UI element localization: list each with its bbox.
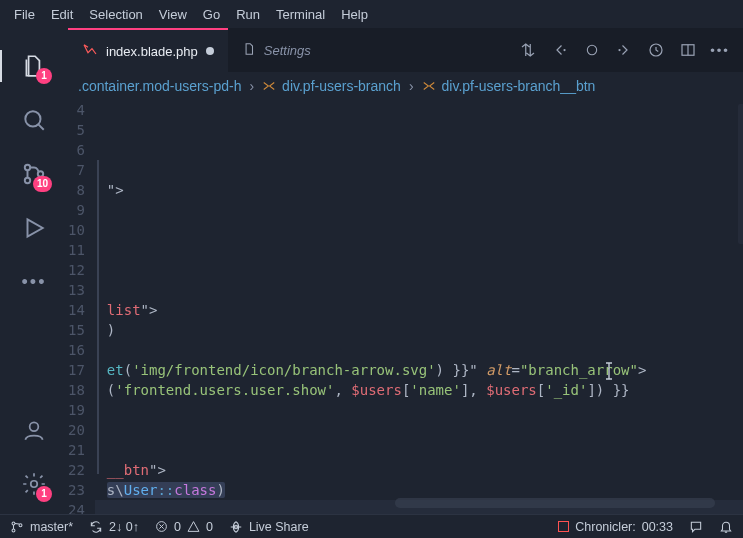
activity-bar: 1 10 ••• 1 (0, 28, 68, 514)
code-line[interactable]: s\User::class) (95, 480, 743, 500)
line-number: 9 (68, 200, 85, 220)
crumb[interactable]: div.pf-users-branch__btn (442, 78, 596, 94)
code-line[interactable] (95, 340, 743, 360)
scm-badge: 10 (33, 176, 52, 192)
menu-view[interactable]: View (151, 4, 195, 25)
code-line[interactable]: et('img/frontend/icon/branch-arrow.svg')… (95, 360, 743, 380)
line-number: 18 (68, 380, 85, 400)
sync-text: 2↓ 0↑ (109, 520, 139, 534)
file-icon (242, 42, 256, 59)
chronicler[interactable]: Chronicler: 00:33 (558, 520, 673, 534)
breadcrumb[interactable]: .container.mod-users-pd-h › div.pf-users… (68, 72, 743, 100)
laravel-icon (82, 42, 98, 61)
menu-run[interactable]: Run (228, 4, 268, 25)
code-line[interactable] (95, 160, 743, 180)
git-branch[interactable]: master* (10, 520, 73, 534)
code-line[interactable] (95, 100, 743, 120)
editor-actions: ••• (519, 41, 743, 59)
warning-count: 0 (206, 520, 213, 534)
indent-guide (97, 160, 99, 474)
code-line[interactable] (95, 140, 743, 160)
compare-icon[interactable] (519, 41, 537, 59)
code-line[interactable]: ('frontend.users.user.show', $users['nam… (95, 380, 743, 400)
live-share[interactable]: Live Share (229, 520, 309, 534)
code-line[interactable]: list"> (95, 300, 743, 320)
line-number: 20 (68, 420, 85, 440)
circle-outline-icon[interactable] (583, 41, 601, 59)
code-line[interactable] (95, 220, 743, 240)
chronicler-time: 00:33 (642, 520, 673, 534)
svg-point-12 (12, 529, 15, 532)
bell-icon[interactable] (719, 520, 733, 534)
text-cursor-icon (603, 362, 615, 380)
settings-badge: 1 (36, 486, 52, 502)
line-number: 24 (68, 500, 85, 514)
line-number: 22 (68, 460, 85, 480)
explorer-badge: 1 (36, 68, 52, 84)
code-line[interactable]: ) (95, 320, 743, 340)
feedback-icon[interactable] (689, 520, 703, 534)
settings-icon[interactable]: 1 (10, 460, 58, 508)
crumb[interactable]: .container.mod-users-pd-h (78, 78, 241, 94)
search-icon[interactable] (10, 96, 58, 144)
menu-edit[interactable]: Edit (43, 4, 81, 25)
svg-point-7 (587, 45, 596, 54)
crumb[interactable]: div.pf-users-branch (282, 78, 401, 94)
problems[interactable]: 0 0 (155, 520, 213, 534)
status-bar: master* 2↓ 0↑ 0 0 Live Share Chronicler:… (0, 514, 743, 538)
code-line[interactable] (95, 280, 743, 300)
menu-terminal[interactable]: Terminal (268, 4, 333, 25)
horizontal-scrollbar[interactable] (395, 498, 715, 508)
code-line[interactable] (95, 420, 743, 440)
tab-index-blade[interactable]: index.blade.php (68, 28, 228, 72)
menu-bar: FileEditSelectionViewGoRunTerminalHelp (0, 0, 743, 28)
tag-icon (422, 79, 436, 93)
code-line[interactable]: "> (95, 180, 743, 200)
nav-forward-icon[interactable] (615, 41, 633, 59)
code-line[interactable] (95, 400, 743, 420)
liveshare-label: Live Share (249, 520, 309, 534)
tab-settings[interactable]: Settings (228, 28, 325, 72)
code-line[interactable]: __btn"> (95, 460, 743, 480)
split-icon[interactable] (679, 41, 697, 59)
code-area[interactable]: ">list">)et('img/frontend/icon/branch-ar… (95, 100, 743, 514)
tab-label: Settings (264, 43, 311, 58)
menu-help[interactable]: Help (333, 4, 376, 25)
line-number: 16 (68, 340, 85, 360)
svg-point-8 (618, 49, 620, 51)
last-edit-icon[interactable] (647, 41, 665, 59)
run-debug-icon[interactable] (10, 204, 58, 252)
svg-point-1 (25, 165, 30, 170)
nav-back-icon[interactable] (551, 41, 569, 59)
svg-point-0 (25, 111, 40, 126)
tab-bar: index.blade.php Settings ••• (68, 28, 743, 72)
menu-selection[interactable]: Selection (81, 4, 150, 25)
more-icon[interactable]: ••• (10, 258, 58, 306)
line-number: 21 (68, 440, 85, 460)
menu-file[interactable]: File (6, 4, 43, 25)
sync-status[interactable]: 2↓ 0↑ (89, 520, 139, 534)
code-line[interactable] (95, 120, 743, 140)
code-line[interactable] (95, 200, 743, 220)
record-icon (558, 521, 569, 532)
code-line[interactable] (95, 440, 743, 460)
explorer-icon[interactable]: 1 (10, 42, 58, 90)
code-line[interactable] (95, 240, 743, 260)
more-icon[interactable]: ••• (711, 41, 729, 59)
code-line[interactable] (95, 260, 743, 280)
code-editor[interactable]: 4567891011121314151617181920212223242526… (68, 100, 743, 514)
menu-go[interactable]: Go (195, 4, 228, 25)
chronicler-label: Chronicler: (575, 520, 635, 534)
tab-label: index.blade.php (106, 44, 198, 59)
svg-point-4 (30, 422, 39, 431)
minimap[interactable] (738, 104, 743, 244)
source-control-icon[interactable]: 10 (10, 150, 58, 198)
dirty-indicator-icon (206, 47, 214, 55)
account-icon[interactable] (10, 406, 58, 454)
line-number: 23 (68, 480, 85, 500)
line-number: 13 (68, 280, 85, 300)
tag-icon (262, 79, 276, 93)
branch-name: master* (30, 520, 73, 534)
line-number: 19 (68, 400, 85, 420)
line-gutter: 4567891011121314151617181920212223242526… (68, 100, 95, 514)
